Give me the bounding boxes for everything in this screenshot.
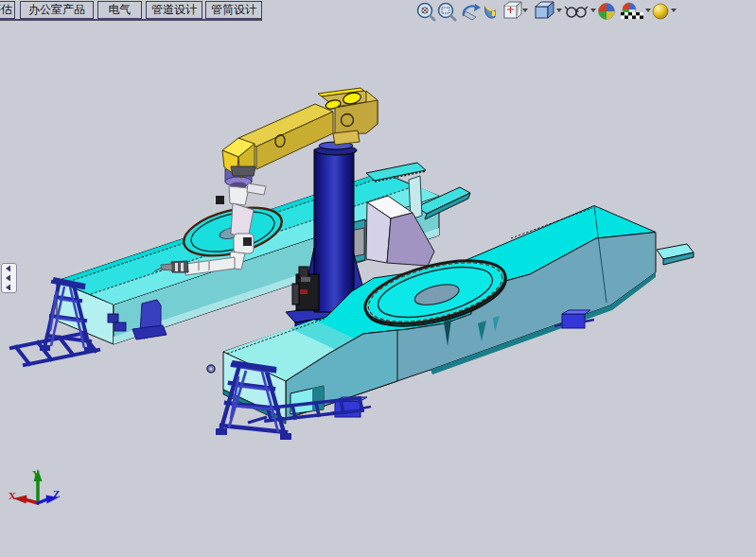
svg-text:Y: Y — [32, 468, 40, 479]
svg-text:X: X — [9, 490, 16, 501]
svg-text:Z: Z — [53, 488, 60, 499]
